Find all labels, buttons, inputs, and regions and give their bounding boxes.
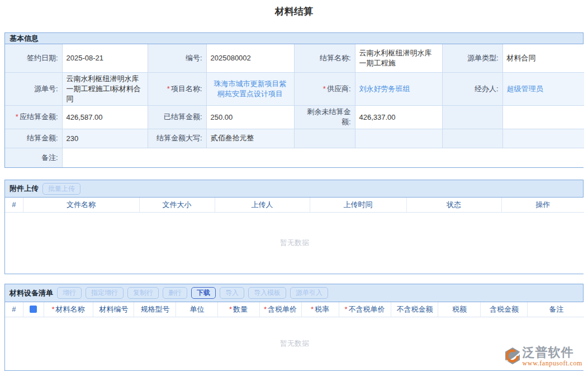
supplier-value: 刘永好劳务班组 bbox=[355, 72, 442, 105]
attach-col-filesize: 文件大小 bbox=[139, 198, 215, 212]
supplier-link[interactable]: 刘永好劳务班组 bbox=[359, 84, 410, 93]
empty-label-cell bbox=[442, 105, 502, 129]
empty-label-cell bbox=[294, 129, 355, 148]
source-type-value: 材料合同 bbox=[502, 44, 584, 72]
attach-col-index: # bbox=[5, 198, 23, 212]
due-amount-value: 426,587.00 bbox=[62, 105, 148, 129]
fanpu-logo-icon bbox=[504, 347, 521, 365]
attachments-empty-state: 暂无数据 bbox=[5, 212, 584, 274]
insert-row-button[interactable]: 指定增行 bbox=[86, 287, 124, 299]
select-all-checkbox[interactable] bbox=[30, 306, 37, 313]
mat-col-code: 材料编号 bbox=[93, 302, 134, 317]
basic-info-panel: 基本信息 签约日期: 2025-08-21 编号: 2025080002 结算名… bbox=[4, 32, 584, 168]
empty-value-cell bbox=[502, 105, 584, 129]
settle-amount-value: 230 bbox=[62, 129, 148, 148]
materials-panel: 材料设备清单 增行 指定增行 复制行 删行 下载 导入 导入模板 源单引入 # … bbox=[4, 284, 584, 371]
remaining-value: 426,337.00 bbox=[355, 105, 442, 129]
settle-name-label: 结算名称: bbox=[294, 44, 355, 72]
import-button[interactable]: 导入 bbox=[220, 287, 244, 299]
mat-col-price-notax: *不含税单价 bbox=[339, 302, 391, 317]
attachments-panel: 附件上传 批量上传 # 文件名称 文件大小 上传人 上传时间 状态 操作 暂无数… bbox=[4, 180, 584, 274]
mat-col-remark: 备注 bbox=[527, 302, 584, 317]
batch-upload-button[interactable]: 批量上传 bbox=[42, 183, 80, 195]
project-link[interactable]: 珠海市城市更新项目紫桐苑安置点设计项目 bbox=[214, 79, 287, 98]
mat-col-price-tax: *含税单价 bbox=[259, 302, 301, 317]
sign-date-label: 签约日期: bbox=[5, 44, 62, 72]
materials-table: # *材料名称 材料编号 规格型号 单位 *数量 *含税单价 *税率 *不含税单… bbox=[5, 302, 584, 370]
basic-info-table: 签约日期: 2025-08-21 编号: 2025080002 结算名称: 云南… bbox=[5, 44, 584, 167]
settled-amount-value: 250.00 bbox=[206, 105, 294, 129]
mat-col-spec: 规格型号 bbox=[134, 302, 176, 317]
remark-value bbox=[62, 148, 584, 167]
source-import-button[interactable]: 源单引入 bbox=[290, 287, 328, 299]
attachments-header: 附件上传 批量上传 bbox=[5, 180, 583, 198]
empty-value-cell bbox=[355, 129, 442, 148]
mat-col-unit: 单位 bbox=[176, 302, 217, 317]
attach-col-uploadtime: 上传时间 bbox=[310, 198, 406, 212]
mat-col-qty: *数量 bbox=[217, 302, 259, 317]
mat-col-index: # bbox=[5, 302, 23, 317]
project-label: *项目名称: bbox=[148, 72, 206, 105]
delete-row-button[interactable]: 删行 bbox=[163, 287, 187, 299]
fanpu-logo: 泛普软件 www.fanpusoft.com bbox=[504, 346, 582, 368]
number-label: 编号: bbox=[148, 44, 206, 72]
basic-info-header: 基本信息 bbox=[5, 33, 583, 44]
source-no-label: 源单号: bbox=[5, 72, 62, 105]
copy-row-button[interactable]: 复制行 bbox=[127, 287, 159, 299]
settle-name-value: 云南水利枢纽潜明水库一期工程施 bbox=[355, 44, 442, 72]
mat-col-amount-tax: 含税金额 bbox=[480, 302, 527, 317]
attach-col-uploader: 上传人 bbox=[215, 198, 310, 212]
mat-col-name: *材料名称 bbox=[44, 302, 93, 317]
fanpu-logo-text: 泛普软件 bbox=[523, 346, 574, 359]
supplier-label: *供应商: bbox=[294, 72, 355, 105]
settle-amount-label: 结算金额: bbox=[5, 129, 62, 148]
empty-label-cell bbox=[442, 129, 502, 148]
attach-col-filename: 文件名称 bbox=[23, 198, 139, 212]
amount-words-value: 贰佰叁拾元整 bbox=[206, 129, 294, 148]
attachments-title: 附件上传 bbox=[10, 184, 39, 194]
add-row-button[interactable]: 增行 bbox=[57, 287, 82, 299]
materials-title: 材料设备清单 bbox=[10, 288, 53, 298]
mat-col-tax-amount: 税额 bbox=[438, 302, 480, 317]
handler-value: 超级管理员 bbox=[502, 72, 584, 105]
import-template-button[interactable]: 导入模板 bbox=[248, 287, 286, 299]
basic-info-title: 基本信息 bbox=[10, 34, 39, 44]
handler-link[interactable]: 超级管理员 bbox=[507, 84, 543, 93]
remaining-label: 剩余未结算金额: bbox=[294, 105, 355, 129]
mat-col-select bbox=[23, 302, 44, 317]
source-type-label: 源单类型: bbox=[442, 44, 502, 72]
amount-words-label: 结算金额大写: bbox=[148, 129, 206, 148]
fanpu-website: www.fanpusoft.com bbox=[523, 359, 582, 368]
project-value: 珠海市城市更新项目紫桐苑安置点设计项目 bbox=[206, 72, 294, 105]
source-no-value: 云南水利枢纽潜明水库一期工程施工I标材料合同 bbox=[62, 72, 148, 105]
materials-header: 材料设备清单 增行 指定增行 复制行 删行 下载 导入 导入模板 源单引入 bbox=[5, 284, 583, 302]
remark-label: 备注: bbox=[5, 148, 62, 167]
attach-col-status: 状态 bbox=[406, 198, 501, 212]
sign-date-value: 2025-08-21 bbox=[62, 44, 148, 72]
download-button[interactable]: 下载 bbox=[191, 287, 216, 299]
mat-col-amount-notax: 不含税金额 bbox=[391, 302, 438, 317]
due-amount-label: *应结算金额: bbox=[5, 105, 62, 129]
mat-col-tax-rate: *税率 bbox=[301, 302, 339, 317]
attach-col-actions: 操作 bbox=[501, 198, 584, 212]
number-value: 2025080002 bbox=[206, 44, 294, 72]
materials-empty-state: 暂无数据 bbox=[5, 317, 584, 370]
empty-value-cell bbox=[502, 129, 584, 148]
page-title: 材料结算 bbox=[0, 0, 588, 32]
attachments-table: # 文件名称 文件大小 上传人 上传时间 状态 操作 暂无数据 bbox=[5, 198, 584, 274]
handler-label: 经办人: bbox=[442, 72, 502, 105]
settled-amount-label: 已结算金额: bbox=[148, 105, 206, 129]
